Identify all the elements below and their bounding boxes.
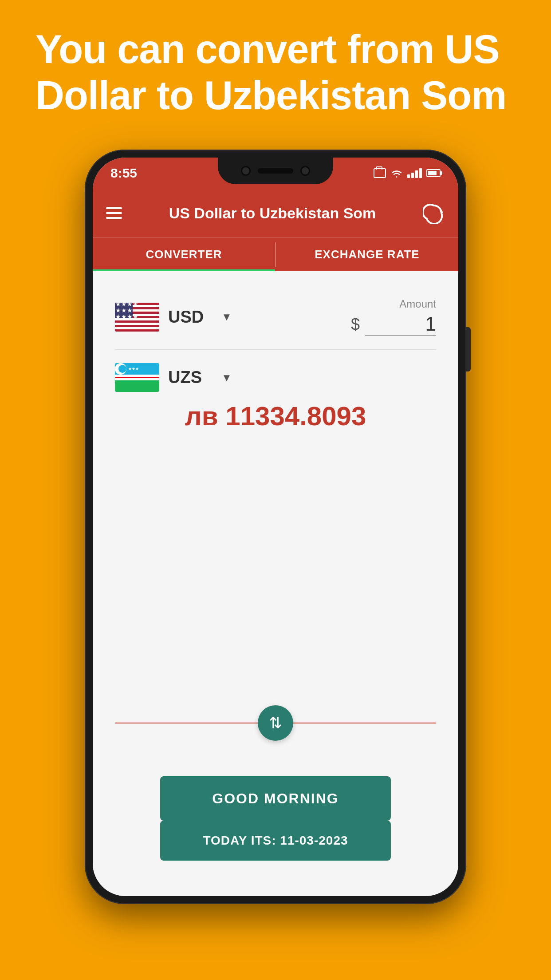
- amount-row: $: [351, 313, 436, 336]
- refresh-button[interactable]: [423, 202, 445, 224]
- amount-input[interactable]: [365, 313, 436, 336]
- greeting-button[interactable]: GOOD MORNING: [160, 776, 391, 821]
- tab-converter[interactable]: CONVERTER: [93, 238, 275, 271]
- usd-flag: ★★★★★★★★★★★★★★: [115, 303, 159, 332]
- to-currency-dropdown[interactable]: ▼: [221, 371, 232, 384]
- refresh-icon: [423, 202, 445, 224]
- battery-icon: [426, 169, 441, 177]
- signal-bars: [407, 168, 422, 178]
- wifi-icon: [390, 168, 403, 178]
- swap-section: ⇅: [115, 705, 436, 741]
- battery-fill: [428, 171, 437, 175]
- front-camera: [241, 166, 251, 176]
- tab-exchange-rate[interactable]: EXCHANGE RATE: [276, 238, 458, 271]
- sim-icon: [374, 168, 386, 178]
- uzs-flag: ★★★: [115, 363, 159, 392]
- notch: [218, 158, 333, 184]
- swap-button[interactable]: ⇅: [258, 705, 293, 741]
- speaker: [258, 168, 293, 174]
- hamburger-line-3: [106, 217, 122, 219]
- phone-outer: 8:55: [85, 150, 466, 904]
- hamburger-line-1: [106, 207, 122, 209]
- app-bar: US Dollar to Uzbekistan Som: [93, 189, 458, 237]
- to-currency-row: ★★★ UZS ▼: [115, 354, 436, 401]
- signal-bar-3: [415, 170, 418, 178]
- signal-bar-1: [407, 174, 410, 178]
- row-divider-1: [115, 349, 436, 350]
- swap-arrows-icon: ⇅: [269, 714, 282, 732]
- tab-bar: CONVERTER EXCHANGE RATE: [93, 237, 458, 271]
- result-amount: лв 11334.8093: [185, 401, 366, 696]
- header-title: You can convert from US Dollar to Uzbeki…: [35, 27, 516, 119]
- amount-section: Amount $: [241, 298, 436, 336]
- status-time: 8:55: [110, 166, 137, 181]
- hamburger-menu[interactable]: [106, 207, 122, 219]
- from-currency-row: ★★★★★★★★★★★★★★ USD ▼ Amount $: [115, 289, 436, 345]
- phone-screen: 8:55: [93, 158, 458, 896]
- hamburger-line-2: [106, 212, 122, 214]
- front-camera-2: [300, 166, 310, 176]
- signal-bar-4: [419, 168, 422, 178]
- signal-bar-2: [411, 173, 414, 178]
- date-button[interactable]: TODAY ITS: 11-03-2023: [160, 821, 391, 861]
- canton: ★★★★★★★★★★★★★★: [115, 303, 133, 318]
- side-button: [465, 327, 471, 371]
- from-currency-dropdown[interactable]: ▼: [221, 311, 232, 323]
- from-currency-code: USD: [168, 308, 213, 327]
- phone-wrapper: 8:55: [85, 150, 466, 904]
- header-section: You can convert from US Dollar to Uzbeki…: [0, 0, 551, 136]
- amount-label: Amount: [399, 298, 436, 310]
- crescent: [118, 365, 126, 373]
- content-area: ★★★★★★★★★★★★★★ USD ▼ Amount $: [93, 271, 458, 896]
- to-currency-code: UZS: [168, 368, 213, 387]
- currency-symbol: $: [351, 315, 360, 334]
- status-icons: [374, 168, 441, 178]
- app-title: US Dollar to Uzbekistan Som: [131, 205, 414, 222]
